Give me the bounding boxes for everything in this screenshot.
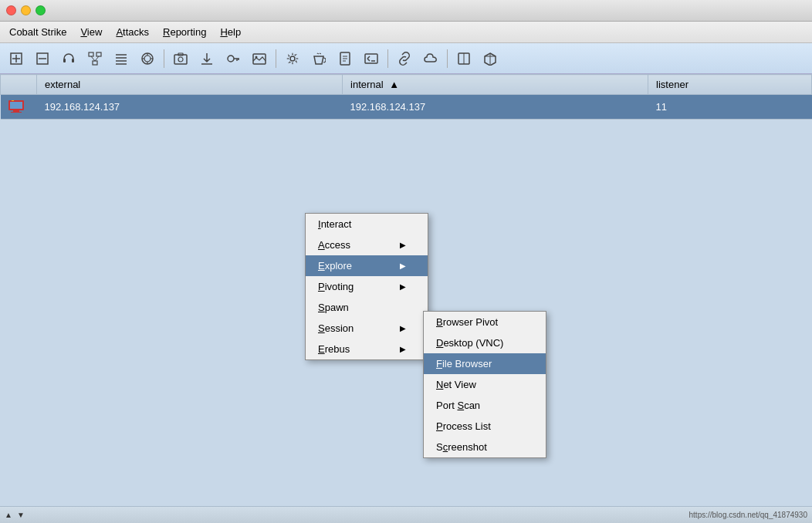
coffee-button[interactable] [307,47,330,70]
menu-item-pivoting[interactable]: Pivoting ▶ [306,276,428,297]
separator-3 [387,49,388,68]
svg-point-23 [178,57,183,62]
svg-rect-37 [365,54,377,63]
table-row[interactable]: 192.168.124.137 192.168.124.137 11 [1,95,812,120]
maximize-button[interactable] [36,5,46,15]
submenu-desktop-vnc[interactable]: Desktop (VNC) [424,332,546,353]
list-button[interactable] [110,47,133,70]
arrow-icon: ▶ [400,262,406,270]
svg-rect-44 [10,102,22,109]
document-button[interactable] [333,47,357,70]
row-external: 192.168.124.137 [37,95,343,120]
svg-rect-8 [96,52,101,56]
submenu-port-scan[interactable]: Port Scan [424,395,546,416]
col-external-label[interactable]: external [37,75,343,95]
remove-button[interactable] [31,47,54,70]
explore-submenu: Browser Pivot Desktop (VNC) File Browser… [423,311,546,458]
traffic-lights [6,5,46,15]
target-button[interactable] [136,47,159,70]
separator-4 [447,49,448,68]
menu-reporting[interactable]: Reporting [157,24,212,40]
submenu-net-view[interactable]: Net View [424,374,546,395]
targets-table: external internal ▲ listener [0,74,812,120]
svg-rect-9 [93,61,97,65]
row-icon-cell [1,95,37,120]
toolbar [0,43,812,74]
settings-button[interactable] [281,47,304,70]
close-button[interactable] [6,5,16,15]
col-internal[interactable]: internal ▲ [343,75,648,95]
svg-rect-22 [174,55,187,64]
svg-point-31 [255,56,258,58]
menu-help[interactable]: Help [214,24,247,40]
submenu-browser-pivot[interactable]: Browser Pivot [424,312,546,332]
statusbar: ▲ ▼ https://blog.csdn.net/qq_41874930 [0,506,812,523]
network-button[interactable] [83,47,107,70]
key-button[interactable] [222,47,245,70]
submenu-file-browser[interactable]: File Browser [424,353,546,374]
menubar: Cobalt Strike View Attacks Reporting Hel… [0,22,812,43]
headphones-button[interactable] [57,47,80,70]
menu-item-session[interactable]: Session ▶ [306,318,428,339]
svg-rect-6 [72,59,74,62]
submenu-process-list[interactable]: Process List [424,416,546,437]
col-external[interactable] [1,75,37,95]
screenshot-button[interactable] [169,47,192,70]
svg-rect-46 [11,112,22,113]
titlebar [0,0,812,22]
row-internal: 192.168.124.137 [343,95,648,120]
menu-attacks[interactable]: Attacks [110,24,155,40]
main-area: external internal ▲ listener [0,74,812,506]
arrow-icon: ▶ [400,241,406,249]
image-button[interactable] [248,47,271,70]
down-icon[interactable]: ▼ [17,511,25,519]
arrow-icon: ▶ [400,345,406,353]
menu-item-explore[interactable]: Explore ▶ [306,255,428,276]
svg-point-26 [228,56,234,62]
svg-rect-45 [13,110,19,112]
menu-item-access[interactable]: Access ▶ [306,235,428,255]
link-button[interactable] [393,47,416,70]
svg-point-32 [290,56,295,61]
svg-rect-7 [89,52,93,56]
context-menu: Interact Access ▶ Explore ▶ Pivoting ▶ S… [305,213,428,360]
arrow-icon: ▶ [400,282,406,291]
svg-rect-47 [12,100,14,101]
separator-1 [164,49,164,68]
statusbar-icons: ▲ ▼ [5,511,25,519]
separator-2 [276,49,276,68]
submenu-screenshot[interactable]: Screenshot [424,437,546,457]
svg-rect-5 [63,59,66,62]
svg-line-10 [91,56,95,61]
menu-view[interactable]: View [74,24,108,40]
menu-item-interact[interactable]: Interact [306,214,428,235]
add-button[interactable] [5,47,28,70]
svg-line-11 [95,56,99,61]
up-icon[interactable]: ▲ [5,511,12,519]
statusbar-url: https://blog.csdn.net/qq_41874930 [689,511,807,519]
terminal-button[interactable] [360,47,383,70]
row-listener: 11 [648,95,812,120]
menu-item-erebus[interactable]: Erebus ▶ [306,339,428,359]
menu-cobalt-strike[interactable]: Cobalt Strike [3,24,73,40]
svg-point-17 [144,56,151,62]
minimize-button[interactable] [21,5,31,15]
menu-item-spawn[interactable]: Spawn [306,297,428,318]
sort-arrow: ▲ [389,79,399,90]
package-button[interactable] [479,47,502,70]
arrow-icon: ▶ [400,324,406,332]
download-button[interactable] [195,47,218,70]
cloud-button[interactable] [419,47,442,70]
col-listener[interactable]: listener [648,75,812,95]
book-button[interactable] [452,47,475,70]
